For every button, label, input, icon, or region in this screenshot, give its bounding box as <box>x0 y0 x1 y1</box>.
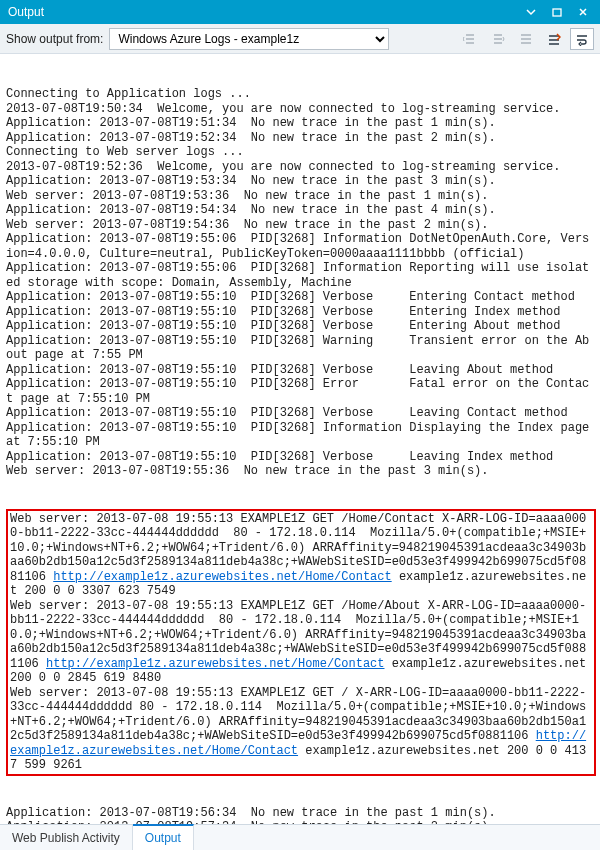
indent-right-icon <box>486 28 510 50</box>
window-title: Output <box>8 5 518 19</box>
log-entry: Web server: 2013-07-08 19:55:13 EXAMPLE1… <box>10 512 592 599</box>
log-lines-post: Application: 2013-07-08T19:56:34 No new … <box>6 806 596 825</box>
window-dropdown-button[interactable] <box>518 2 544 22</box>
log-link[interactable]: example1z.azurewebsites.net/Home/Contact <box>10 744 298 758</box>
footer-tabs: Web Publish Activity Output <box>0 824 600 850</box>
window-maximize-button[interactable] <box>544 2 570 22</box>
log-link[interactable]: example1z.azurewebsites.net/Home/Contact <box>104 570 392 584</box>
clear-all-icon[interactable] <box>542 28 566 50</box>
svg-rect-0 <box>553 9 561 16</box>
log-lines-pre: Connecting to Application logs ... 2013-… <box>6 87 596 479</box>
titlebar: Output <box>0 0 600 24</box>
log-text: Web server: 2013-07-08 19:55:13 EXAMPLE1… <box>10 686 586 744</box>
log-entry: Web server: 2013-07-08 19:55:13 EXAMPLE1… <box>10 686 592 773</box>
log-link[interactable]: http:// <box>536 729 586 743</box>
show-output-label: Show output from: <box>6 32 103 46</box>
output-toolbar: Show output from: Windows Azure Logs - e… <box>0 24 600 54</box>
window-close-button[interactable] <box>570 2 596 22</box>
toggle-word-wrap-icon[interactable] <box>570 28 594 50</box>
indent-left-icon <box>458 28 482 50</box>
output-source-select[interactable]: Windows Azure Logs - example1z <box>109 28 389 50</box>
log-link[interactable]: http:// <box>46 657 96 671</box>
output-log[interactable]: Connecting to Application logs ... 2013-… <box>0 54 600 824</box>
log-link[interactable]: example1z.azurewebsites.net/Home/Contact <box>96 657 384 671</box>
align-icon <box>514 28 538 50</box>
tab-output[interactable]: Output <box>133 824 194 850</box>
tab-web-publish-activity[interactable]: Web Publish Activity <box>0 825 133 850</box>
log-link[interactable]: http:// <box>53 570 103 584</box>
log-entry: Web server: 2013-07-08 19:55:13 EXAMPLE1… <box>10 599 592 686</box>
highlighted-log-block: Web server: 2013-07-08 19:55:13 EXAMPLE1… <box>6 509 596 776</box>
